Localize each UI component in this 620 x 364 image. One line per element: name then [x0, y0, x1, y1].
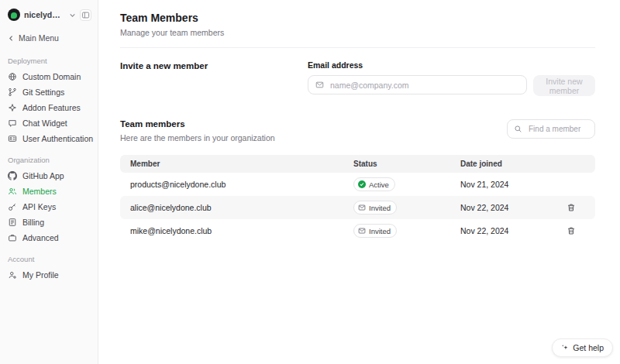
get-help-label: Get help [573, 343, 604, 352]
status-badge: Invited [353, 201, 397, 215]
sidebar-item-label: Billing [22, 218, 44, 227]
section-label-deployment: Deployment [0, 47, 98, 69]
page-subtitle: Manage your team members [120, 28, 595, 37]
team-members-subtitle: Here are the members in your organizatio… [120, 133, 275, 143]
invite-section: Invite a new member Email address Invite… [120, 60, 595, 96]
sidebar-item-chat-widget[interactable]: Chat Widget [0, 115, 98, 131]
column-header-date-joined: Date joined [460, 160, 567, 168]
chat-bubble-icon [8, 118, 17, 128]
sidebar-item-label: Chat Widget [22, 118, 67, 128]
workspace-switcher[interactable]: nicelydone--... [0, 7, 98, 27]
collapse-sidebar-button[interactable] [80, 9, 91, 21]
github-icon [8, 171, 17, 180]
section-label-organization: Organization [0, 146, 98, 168]
users-icon [8, 187, 17, 196]
team-members-header: Team members Here are the members in you… [120, 119, 595, 143]
id-card-icon [8, 134, 17, 143]
sidebar-item-addon-features[interactable]: Addon Features [0, 100, 98, 115]
table-row: mike@nicelydone.club Invited Nov 22, 202… [120, 219, 595, 242]
user-icon [8, 270, 17, 280]
sidebar-item-user-authentication[interactable]: User Authentication [0, 131, 98, 146]
key-icon [8, 202, 17, 211]
envelope-icon [358, 227, 366, 235]
member-search-input[interactable] [527, 124, 588, 134]
date-joined: Nov 22, 2024 [460, 226, 567, 235]
sidebar-item-members[interactable]: Members [0, 184, 98, 199]
search-icon [514, 125, 522, 133]
delete-member-button[interactable] [567, 203, 585, 212]
date-joined: Nov 21, 2024 [460, 180, 567, 189]
section-label-account: Account [0, 246, 98, 267]
sidebar: nicelydone--... Main Menu Deployment Cus… [0, 0, 98, 364]
envelope-icon [358, 204, 366, 211]
table-row: alice@nicelydone.club Invited Nov 22, 20… [120, 196, 595, 219]
globe-icon [8, 72, 17, 81]
status-label: Invited [369, 204, 391, 212]
date-joined: Nov 22, 2024 [460, 203, 567, 212]
sidebar-item-label: Git Settings [22, 88, 64, 97]
chevron-down-icon[interactable] [69, 12, 76, 19]
search-wrap [507, 119, 595, 139]
trash-icon [567, 226, 576, 235]
sparkle-icon [561, 344, 569, 352]
sidebar-item-custom-domain[interactable]: Custom Domain [0, 69, 98, 84]
active-check-icon [358, 180, 366, 188]
members-table: Member Status Date joined products@nicel… [120, 155, 595, 242]
app-logo [8, 9, 20, 21]
receipt-icon [8, 218, 17, 227]
invite-new-member-button[interactable]: Invite new member [533, 75, 595, 96]
briefcase-icon [8, 233, 17, 242]
envelope-icon [315, 81, 324, 89]
sidebar-item-label: Addon Features [22, 103, 81, 112]
get-help-button[interactable]: Get help [552, 338, 613, 357]
delete-member-button[interactable] [567, 226, 585, 235]
sidebar-item-label: API Keys [22, 202, 56, 211]
member-email: alice@nicelydone.club [130, 203, 353, 212]
sidebar-item-label: User Authentication [22, 134, 93, 143]
trash-icon [567, 203, 576, 212]
back-label: Main Menu [19, 33, 59, 43]
sidebar-item-api-keys[interactable]: API Keys [0, 199, 98, 215]
sidebar-item-github-app[interactable]: GitHub App [0, 168, 98, 184]
sidebar-item-label: Advanced [22, 233, 59, 242]
sidebar-item-git-settings[interactable]: Git Settings [0, 84, 98, 100]
email-label: Email address [308, 60, 595, 70]
member-email: products@nicelydone.club [130, 180, 353, 189]
sparkle-icon [8, 103, 17, 112]
email-input-wrap [308, 75, 527, 94]
sidebar-item-advanced[interactable]: Advanced [0, 230, 98, 246]
status-badge: Active [353, 177, 395, 191]
main-content: Team Members Manage your team members In… [98, 0, 620, 364]
table-header-row: Member Status Date joined [120, 155, 595, 173]
email-input[interactable] [329, 80, 519, 91]
member-email: mike@nicelydone.club [130, 226, 353, 235]
chevron-left-icon [8, 35, 15, 42]
header-divider [120, 47, 595, 48]
sidebar-item-label: My Profile [22, 270, 59, 280]
sidebar-item-billing[interactable]: Billing [0, 215, 98, 230]
git-branch-icon [8, 88, 17, 97]
sidebar-item-my-profile[interactable]: My Profile [0, 267, 98, 283]
sidebar-item-label: GitHub App [22, 171, 64, 180]
back-to-main-menu[interactable]: Main Menu [0, 27, 98, 47]
status-label: Active [369, 180, 389, 189]
column-header-member: Member [130, 160, 353, 168]
status-badge: Invited [353, 224, 397, 238]
page-title: Team Members [120, 12, 595, 24]
column-header-status: Status [353, 160, 460, 168]
team-members-heading: Team members [120, 119, 275, 129]
sidebar-item-label: Members [22, 187, 57, 196]
invite-heading: Invite a new member [120, 60, 308, 70]
table-row: products@nicelydone.club Active Nov 21, … [120, 173, 595, 196]
status-label: Invited [369, 227, 391, 235]
workspace-name: nicelydone--... [24, 10, 65, 19]
sidebar-item-label: Custom Domain [22, 72, 81, 81]
